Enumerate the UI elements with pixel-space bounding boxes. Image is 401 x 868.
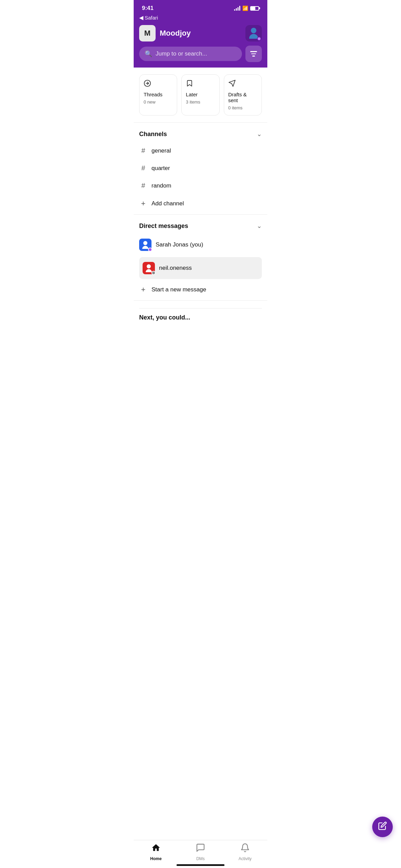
search-placeholder-text: Jump to or search... — [156, 50, 207, 57]
later-title: Later — [186, 92, 215, 97]
quick-actions-row: Threads 0 new Later 3 items Drafts & sen… — [134, 68, 267, 121]
threads-title: Threads — [144, 92, 173, 97]
next-section: Next, you could... — [134, 300, 267, 349]
dm-status-dot-neil — [151, 271, 156, 275]
hash-icon: # — [139, 182, 147, 190]
channels-chevron-icon[interactable]: ⌄ — [257, 130, 262, 138]
drafts-card[interactable]: Drafts & sent 0 items — [224, 74, 262, 116]
plus-icon-dm: + — [139, 285, 147, 294]
later-subtitle: 3 items — [186, 99, 215, 105]
next-title: Next, you could... — [139, 314, 190, 321]
status-bar: 9:41 📶 — [134, 0, 267, 14]
dm-chevron-icon[interactable]: ⌄ — [257, 222, 262, 230]
later-card[interactable]: Later 3 items — [181, 74, 219, 116]
channel-item-general[interactable]: # general — [134, 142, 267, 159]
new-message-label: Start a new message — [151, 286, 206, 293]
filter-icon — [250, 51, 257, 57]
workspace-icon[interactable]: M — [139, 25, 156, 41]
status-icons: 📶 — [234, 5, 259, 11]
channel-name: random — [151, 182, 171, 189]
user-avatar-button[interactable] — [245, 25, 262, 41]
header: M Moodjoy 🔍 Jump to or search... — [134, 22, 267, 68]
threads-icon — [144, 80, 173, 89]
workspace-name: Moodjoy — [160, 29, 191, 38]
divider-2 — [134, 214, 267, 215]
filter-button[interactable] — [245, 46, 262, 62]
drafts-subtitle: 0 items — [228, 105, 257, 110]
dm-status-dot-sarah — [148, 248, 152, 252]
later-icon — [186, 80, 215, 89]
dm-item-neil[interactable]: neil.oneness — [139, 257, 262, 279]
channel-item-quarter[interactable]: # quarter — [134, 159, 267, 177]
wifi-icon: 📶 — [242, 5, 248, 11]
back-arrow-icon: ◀ — [139, 14, 143, 21]
dm-title: Direct messages — [139, 222, 188, 230]
dm-name-neil: neil.oneness — [159, 265, 192, 272]
divider-1 — [134, 122, 267, 123]
divider-3 — [139, 308, 262, 309]
drafts-icon — [228, 80, 257, 89]
main-content: Threads 0 new Later 3 items Drafts & sen… — [134, 68, 267, 349]
threads-subtitle: 0 new — [144, 99, 173, 105]
threads-card[interactable]: Threads 0 new — [139, 74, 177, 116]
channel-name: general — [151, 147, 171, 154]
dm-avatar-neil — [143, 262, 155, 274]
channels-title: Channels — [139, 131, 167, 138]
channel-name: quarter — [151, 165, 170, 172]
search-bar[interactable]: 🔍 Jump to or search... — [139, 47, 242, 61]
svg-marker-1 — [229, 80, 235, 86]
dm-name-sarah: Sarah Jonas (you) — [156, 241, 203, 248]
drafts-title: Drafts & sent — [228, 92, 257, 103]
safari-back-label[interactable]: Safari — [145, 15, 158, 21]
plus-icon: + — [139, 199, 147, 208]
add-channel-label: Add channel — [151, 200, 184, 207]
dm-avatar-sarah — [139, 239, 151, 251]
hash-icon: # — [139, 147, 147, 155]
search-icon: 🔍 — [145, 50, 152, 58]
dm-section-header: Direct messages ⌄ — [134, 216, 267, 234]
add-channel-button[interactable]: + Add channel — [134, 194, 267, 213]
status-time: 9:41 — [142, 5, 154, 12]
battery-icon — [250, 6, 259, 11]
signal-icon — [234, 6, 240, 11]
channel-item-random[interactable]: # random — [134, 177, 267, 194]
new-message-button[interactable]: + Start a new message — [134, 280, 267, 299]
hash-icon: # — [139, 164, 147, 172]
dm-item-sarah[interactable]: Sarah Jonas (you) — [134, 234, 267, 256]
avatar-status-dot — [257, 37, 261, 41]
channels-section-header: Channels ⌄ — [134, 124, 267, 142]
